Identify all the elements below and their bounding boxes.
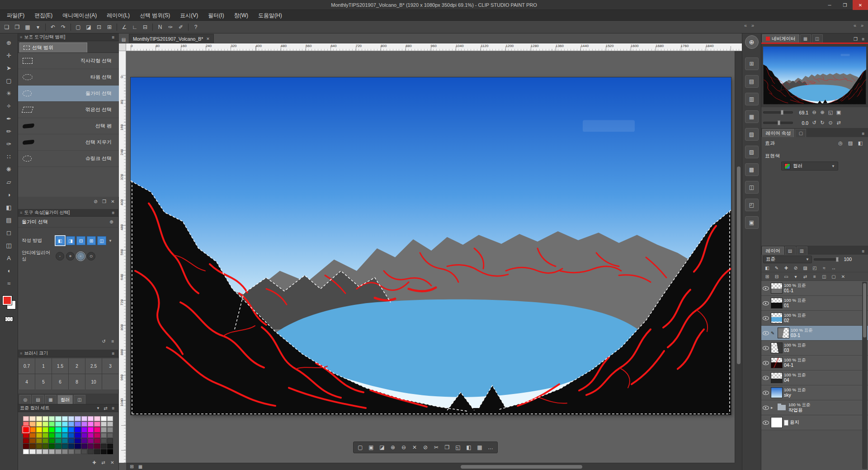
layer-thumbnail[interactable] — [771, 417, 783, 428]
airbrush-tool-icon[interactable]: ∷ — [3, 151, 15, 162]
nav-zoom-out-icon[interactable]: ⊖ — [810, 109, 818, 117]
fill-selection-icon[interactable]: ◧ — [464, 442, 474, 452]
select-view-mini-icon[interactable]: ⊞ — [128, 463, 136, 470]
color-swatch[interactable] — [42, 449, 48, 454]
search-icon[interactable]: ⊕ — [108, 218, 115, 226]
fill-tool-icon[interactable]: ◧ — [3, 202, 15, 213]
color-swatch[interactable] — [94, 449, 100, 454]
color-history-tab-icon[interactable]: ◫ — [74, 395, 85, 404]
brush-size-cell[interactable]: 5 — [35, 374, 52, 389]
nav-zoom-in-icon[interactable]: ⊕ — [818, 109, 826, 117]
lock-layer-icon[interactable]: ⊘ — [791, 264, 800, 272]
navigator-thumbnail[interactable] — [763, 47, 866, 104]
visibility-eye-icon[interactable] — [762, 312, 769, 324]
color-swatch[interactable] — [62, 416, 68, 421]
vertical-scrollbar[interactable] — [735, 51, 742, 463]
brush-size-cell[interactable]: 1.5 — [52, 358, 68, 374]
border-effect-icon[interactable]: ◎ — [836, 139, 844, 147]
layer-row[interactable]: 100 % 표준02 — [761, 311, 868, 326]
color-swatch[interactable] — [101, 433, 107, 438]
new-raster-layer-icon[interactable]: ⊞ — [763, 273, 772, 280]
layer-thumbnail[interactable] — [771, 342, 783, 353]
color-swatch[interactable] — [68, 433, 74, 438]
snap-to-grid-icon[interactable]: ⊟ — [140, 22, 150, 32]
color-swatch[interactable] — [49, 433, 55, 438]
tab-color[interactable]: 컬러 — [57, 395, 73, 404]
layer-row[interactable]: ▸100 % 표준작업용 — [761, 400, 868, 415]
rotation-slider[interactable] — [763, 122, 793, 124]
layer-thumbnail[interactable] — [778, 328, 789, 338]
new-file-icon[interactable]: ❏ — [2, 22, 12, 32]
transfer-to-lower-icon[interactable]: ▾ — [791, 273, 800, 280]
color-swatch[interactable] — [62, 427, 68, 432]
opacity-slider[interactable] — [814, 258, 839, 261]
collapse-right-icon[interactable]: « — [854, 23, 856, 28]
color-swatch[interactable] — [49, 416, 55, 421]
layer-thumbnail[interactable] — [771, 372, 783, 383]
launcher-settings-icon[interactable]: … — [486, 442, 495, 452]
brush-size-cell[interactable]: 6 — [52, 374, 68, 389]
animation-cel-tab-icon[interactable]: ▥ — [797, 247, 807, 255]
minimize-button[interactable]: ─ — [822, 0, 837, 10]
nav-actual-size-icon[interactable]: ▣ — [835, 109, 843, 117]
color-swatch[interactable] — [55, 444, 61, 449]
color-swatch[interactable] — [88, 444, 94, 449]
panel-grip-icon[interactable]: ≡ — [20, 351, 22, 356]
color-swatch[interactable] — [107, 427, 113, 432]
layer-thumbnail[interactable] — [771, 283, 783, 294]
blend-tool-icon[interactable]: ◑ — [3, 189, 15, 200]
move-tool-icon[interactable]: ✛ — [3, 50, 15, 61]
layer-thumbnail[interactable] — [771, 298, 783, 309]
subtool-item[interactable]: 타원 선택 — [18, 69, 119, 85]
layer-row[interactable]: 용지 — [761, 415, 868, 430]
aa-weak-icon[interactable]: ∘ — [66, 252, 75, 261]
layer-row[interactable]: 100 % 표준sky — [761, 385, 868, 400]
clear-icon[interactable]: ✕ — [410, 442, 420, 452]
color-swatch[interactable] — [75, 449, 80, 454]
set-as-draft-icon[interactable]: ✚ — [782, 264, 791, 272]
menu-item[interactable]: 선택 범위(S) — [135, 10, 175, 21]
color-swatch[interactable] — [94, 422, 100, 427]
expand-right-icon[interactable]: » — [861, 23, 863, 28]
panel-menu-icon[interactable]: ≡ — [859, 247, 867, 255]
zoom-slider-thumb[interactable] — [781, 110, 783, 115]
document-tab[interactable]: MonthlyTIPS201907_Volcano_B* ✕ — [129, 34, 214, 43]
panel-grip-icon[interactable]: ≡ — [20, 210, 22, 215]
open-file-icon[interactable]: ❐ — [12, 22, 22, 32]
vertical-scrollbar-thumb[interactable] — [737, 166, 741, 364]
color-swatch[interactable] — [94, 444, 100, 449]
color-swatch[interactable] — [23, 444, 29, 449]
clear-outside-icon[interactable]: ⊘ — [420, 442, 430, 452]
document-list-icon[interactable]: ▤ — [120, 36, 127, 43]
visibility-eye-icon[interactable] — [762, 417, 769, 428]
set-ruler-range-icon[interactable]: ≈ — [820, 264, 829, 272]
color-swatch[interactable] — [101, 422, 107, 427]
aa-strong-icon[interactable]: ○ — [87, 252, 95, 261]
color-swatch[interactable] — [75, 438, 80, 443]
pencil-tool-icon[interactable]: ✏ — [3, 126, 15, 137]
color-swatch[interactable] — [68, 416, 74, 421]
brush-size-cell[interactable]: 4 — [19, 374, 35, 389]
copy-subtool-icon[interactable]: ❐ — [100, 198, 108, 205]
color-swatch[interactable] — [81, 416, 87, 421]
transparent-color-chip[interactable] — [5, 317, 13, 322]
balloon-tool-icon[interactable]: ◖ — [3, 265, 15, 276]
color-swatch[interactable] — [49, 422, 55, 427]
select-border-icon[interactable]: ⊡ — [94, 22, 104, 32]
color-slider-tab-icon[interactable]: ▤ — [32, 395, 44, 404]
deselect-icon[interactable]: ▢ — [355, 442, 365, 452]
layer-row[interactable]: 100 % 표준04-1 — [761, 356, 868, 370]
copy-and-paste-icon[interactable]: ❐ — [442, 442, 452, 452]
brush-size-cell[interactable]: 3 — [102, 358, 118, 374]
merge-with-lower-icon[interactable]: ⇄ — [801, 273, 810, 280]
history-palette-icon[interactable]: ◰ — [745, 199, 759, 211]
menu-item[interactable]: 창(W) — [229, 10, 253, 21]
perspective-ruler-icon[interactable]: N — [155, 22, 165, 32]
color-swatch[interactable] — [81, 444, 87, 449]
color-swatch[interactable] — [68, 427, 74, 432]
invert-selection-icon[interactable]: ◪ — [377, 442, 387, 452]
tab-selection-range[interactable]: 선택 범위 — [19, 43, 87, 52]
horizontal-scrollbar-thumb[interactable] — [461, 465, 582, 469]
color-swatch[interactable] — [107, 444, 113, 449]
color-swatch[interactable] — [23, 449, 29, 454]
